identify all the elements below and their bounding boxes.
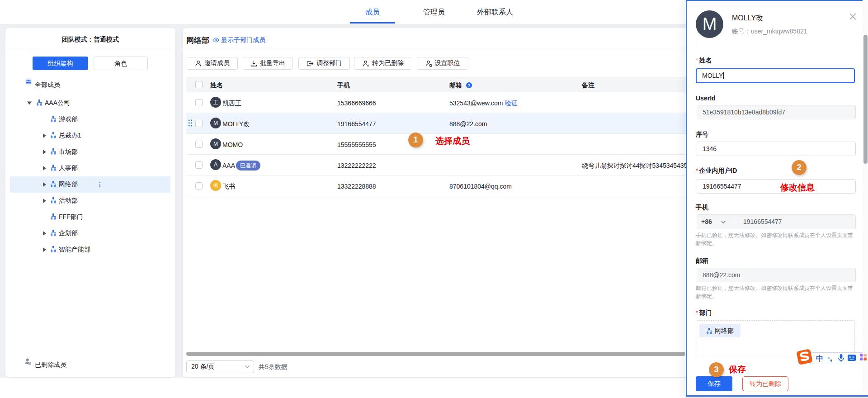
svg-text:?: ? bbox=[468, 83, 471, 88]
